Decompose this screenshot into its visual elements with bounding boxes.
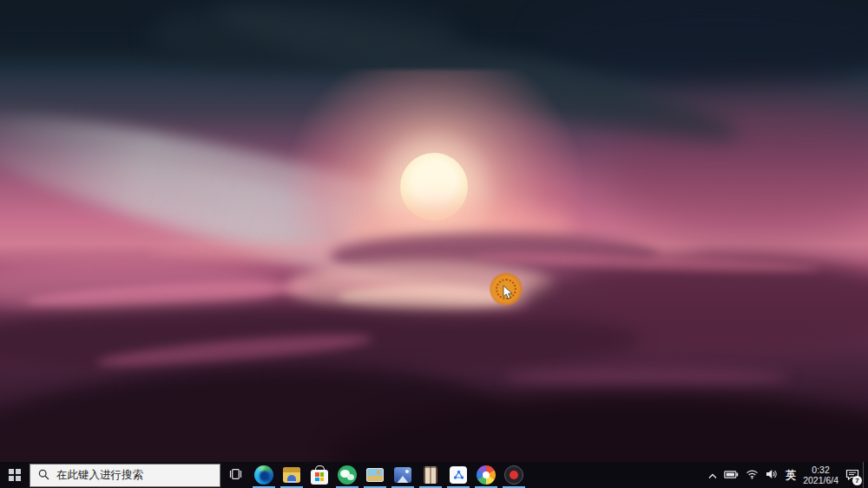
yellow-home-icon (283, 467, 300, 483)
system-tray: 英 0:32 2021/6/4 7 (705, 462, 868, 488)
sea-pink-streak-right (473, 249, 820, 275)
start-button[interactable] (0, 462, 30, 488)
sun-glow (286, 69, 582, 330)
taskbar-app-blue-triangle[interactable] (444, 462, 472, 488)
sun-reflection-bright (339, 287, 512, 309)
sea-pink-highlight (95, 328, 374, 373)
cloud-dark-wisp (209, 0, 746, 160)
sky-maroon-tint (599, 96, 868, 243)
search-placeholder: 在此键入进行搜索 (56, 468, 143, 483)
edge-icon (254, 465, 273, 485)
search-icon (38, 469, 49, 483)
cloud-light-streak-2 (45, 131, 633, 333)
task-view-button[interactable] (220, 462, 250, 488)
wallpaper-app-icon (394, 467, 411, 483)
battery-button[interactable] (720, 462, 742, 488)
windows-logo-icon (9, 469, 21, 481)
speaker-icon (766, 469, 779, 482)
taskbar-app-wechat[interactable] (333, 462, 361, 488)
sea-pink-streak (26, 277, 313, 311)
notification-badge: 7 (852, 476, 862, 485)
microsoft-store-icon (311, 470, 328, 485)
ime-language-indicator[interactable]: 英 (782, 462, 799, 488)
sea-dark-band (0, 306, 642, 375)
sea-horizon-light (148, 241, 703, 262)
action-center-button[interactable]: 7 (842, 462, 863, 488)
wallpaper (0, 0, 868, 488)
network-button[interactable] (742, 462, 762, 488)
sea-wave-dark-right (521, 257, 868, 353)
clock-date: 2021/6/4 (803, 475, 838, 485)
chevron-up-icon (708, 469, 717, 482)
cloud-dark-blob (148, 0, 460, 69)
search-input[interactable]: 在此键入进行搜索 (30, 464, 220, 487)
wechat-icon (338, 465, 357, 485)
sun-haze (347, 201, 573, 262)
desktop: 在此键入进行搜索 (0, 0, 868, 488)
taskbar-app-pinwheel-browser[interactable] (472, 462, 500, 488)
taskbar-app-recorder[interactable] (500, 462, 528, 488)
volume-button[interactable] (762, 462, 782, 488)
taskbar-app-edge[interactable] (250, 462, 278, 488)
cloud-dark-top (0, 0, 868, 61)
show-desktop-button[interactable] (863, 462, 867, 488)
taskbar-app-wallpaper[interactable] (389, 462, 417, 488)
sea-pink-highlight-3 (182, 380, 408, 419)
hidden-icons-button[interactable] (705, 462, 720, 488)
taskbar: 在此键入进行搜索 (0, 462, 868, 488)
cloud-light-streak (0, 80, 650, 345)
taskbar-app-home-folder[interactable] (278, 462, 306, 488)
blue-triangle-app-icon (450, 466, 467, 484)
mouse-cursor (503, 285, 513, 304)
taskbar-app-store[interactable] (306, 462, 333, 488)
battery-icon (724, 469, 739, 482)
wifi-icon (746, 469, 759, 482)
pinwheel-browser-icon (477, 465, 496, 485)
taskbar-app-photos[interactable] (361, 462, 389, 488)
pinned-apps (250, 462, 528, 488)
sea-wave-pink-left (0, 259, 278, 314)
taskbar-clock[interactable]: 0:32 2021/6/4 (799, 462, 842, 488)
sun (400, 153, 468, 221)
book-reader-icon (424, 466, 437, 484)
cloud-dark-blob-right (538, 0, 868, 87)
clock-time: 0:32 (812, 465, 829, 475)
sea-wave-mound (330, 233, 660, 280)
photo-viewer-icon (366, 468, 384, 482)
screen-recorder-icon (504, 465, 523, 485)
task-view-icon (228, 468, 243, 483)
sea-pink-highlight-2 (503, 368, 790, 387)
taskbar-app-book[interactable] (417, 462, 444, 488)
